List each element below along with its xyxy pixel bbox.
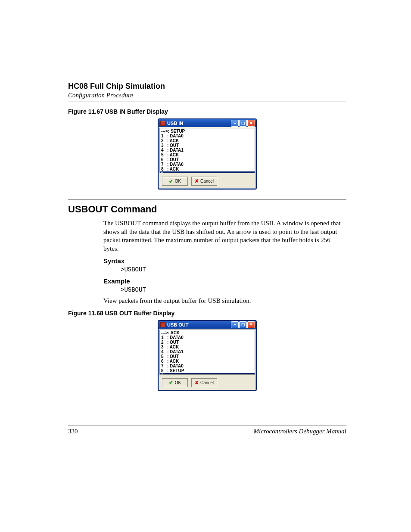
section-rule: [68, 199, 346, 199]
list-row[interactable]: 2 : OUT: [161, 340, 253, 345]
list-row[interactable]: 1 : DATA0: [161, 335, 253, 340]
list-row[interactable]: 3 : ACK: [161, 345, 253, 349]
chapter-title: HC08 Full Chip Simulation: [68, 82, 346, 91]
check-icon: ✔: [169, 380, 173, 386]
list-row[interactable]: --->: SETUP: [161, 129, 253, 134]
list-row[interactable]: 9 : ------: [160, 171, 255, 173]
maximize-button[interactable]: ▢: [239, 120, 247, 127]
page-number: 330: [68, 428, 78, 435]
page-footer: 330 Microcontrollers Debugger Manual: [68, 426, 346, 435]
list-row[interactable]: 4 : DATA1: [161, 148, 253, 152]
list-row[interactable]: 6 : ACK: [161, 359, 253, 364]
ok-label: OK: [175, 380, 181, 385]
cancel-button[interactable]: ✘ Cancel: [191, 177, 217, 186]
list-row[interactable]: 5 : OUT: [161, 354, 253, 359]
titlebar: USB IN – ▢ ✕: [159, 119, 256, 127]
list-body: --->: SETUP1 : DATA02 : ACK3 : OUT4 : DA…: [159, 128, 255, 173]
list-row[interactable]: 3 : OUT: [161, 143, 253, 148]
cancel-label: Cancel: [200, 179, 214, 184]
usb-out-dialog: USB OUT – ▢ ✕ --->: ACK1 : DATA02 : OUT3…: [158, 320, 257, 391]
titlebar: USB OUT – ▢ ✕: [159, 321, 256, 329]
list-row[interactable]: 5 : ACK: [161, 152, 253, 157]
check-icon: ✔: [169, 178, 173, 184]
x-icon: ✘: [195, 178, 199, 184]
minimize-button[interactable]: –: [231, 321, 239, 328]
figure-67-caption: Figure 11.67 USB IN Buffer Display: [68, 108, 346, 115]
cancel-label: Cancel: [200, 380, 214, 385]
x-icon: ✘: [195, 380, 199, 386]
list-row[interactable]: 6 : OUT: [161, 157, 253, 162]
chapter-section: Configuration Procedure: [68, 92, 346, 99]
list-row[interactable]: 7 : DATA0: [161, 364, 253, 368]
example-heading: Example: [103, 277, 346, 285]
window-title: USB IN: [167, 121, 231, 126]
manual-title: Microcontrollers Debugger Manual: [253, 428, 346, 435]
list-row[interactable]: 9 : ------: [160, 373, 255, 375]
list-row[interactable]: --->: ACK: [161, 330, 253, 335]
syntax-heading: Syntax: [103, 257, 346, 264]
list-row[interactable]: 1 : DATA0: [161, 134, 253, 138]
example-code: >USBOUT: [121, 286, 346, 293]
ok-label: OK: [175, 179, 181, 184]
close-button[interactable]: ✕: [247, 120, 255, 127]
maximize-button[interactable]: ▢: [239, 321, 247, 328]
list-body: --->: ACK1 : DATA02 : OUT3 : ACK4 : DATA…: [159, 330, 255, 375]
list-row[interactable]: 7 : DATA0: [161, 162, 253, 167]
app-icon: [160, 322, 165, 327]
app-icon: [160, 121, 165, 126]
usb-in-dialog: USB IN – ▢ ✕ --->: SETUP1 : DATA02 : ACK…: [158, 118, 257, 190]
example-desc: View packets from the output buffer for …: [103, 297, 346, 305]
list-row[interactable]: 2 : ACK: [161, 138, 253, 143]
syntax-code: >USBOUT: [121, 266, 346, 273]
usbout-description: The USBOUT command displays the output b…: [103, 219, 346, 253]
list-row[interactable]: 8 : SETUP: [161, 368, 253, 373]
usbout-heading: USBOUT Command: [68, 204, 346, 215]
window-title: USB OUT: [167, 322, 231, 327]
list-row[interactable]: 8 : ACK: [161, 167, 253, 171]
figure-68-caption: Figure 11.68 USB OUT Buffer Display: [68, 310, 346, 317]
ok-button[interactable]: ✔ OK: [162, 378, 188, 387]
close-button[interactable]: ✕: [247, 321, 255, 328]
header-rule: [68, 102, 346, 102]
list-row[interactable]: 4 : DATA1: [161, 349, 253, 354]
minimize-button[interactable]: –: [231, 120, 239, 127]
ok-button[interactable]: ✔ OK: [162, 177, 188, 186]
cancel-button[interactable]: ✘ Cancel: [191, 378, 217, 387]
